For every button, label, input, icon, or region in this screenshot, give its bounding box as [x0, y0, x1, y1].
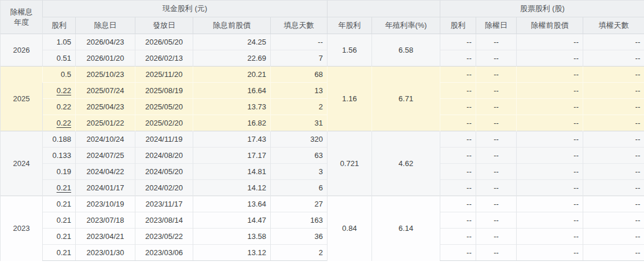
cell-cash-ex-date: 2023/07/18 — [76, 212, 135, 229]
cell-stock-fill-days: -- — [583, 99, 644, 115]
cell-year: 2025 — [1, 67, 43, 131]
cell-stock-price-before-ex: -- — [517, 99, 583, 115]
cell-stock-dividend: -- — [440, 115, 476, 131]
dividend-row: 20240.1882024/10/242024/11/1917.433200.7… — [1, 131, 644, 148]
cell-cash-ex-date: 2024/04/22 — [76, 164, 135, 180]
cell-stock-fill-days: -- — [583, 148, 644, 164]
cell-stock-fill-days: -- — [583, 67, 644, 83]
cell-stock-dividend: -- — [440, 196, 476, 212]
cell-price-before-ex: 14.81 — [193, 164, 271, 180]
cell-pay-date: 2024/02/20 — [135, 180, 193, 196]
cell-stock-price-before-ex: -- — [517, 131, 583, 148]
cell-stock-price-before-ex: -- — [517, 34, 583, 50]
cell-cash-ex-date: 2023/04/21 — [76, 229, 135, 245]
cell-stock-ex-date: -- — [476, 131, 517, 148]
cell-stock-ex-date: -- — [476, 196, 517, 212]
cell-cash-ex-date: 2025/10/23 — [76, 67, 135, 83]
cell-stock-price-before-ex: -- — [517, 212, 583, 229]
dividend-row: 20261.052026/04/232026/05/2024.25--1.566… — [1, 34, 644, 50]
cell-stock-ex-date: -- — [476, 115, 517, 131]
cell-price-before-ex: 13.73 — [193, 99, 271, 115]
dividend-row: 0.222025/01/222025/02/2016.8231-------- — [1, 115, 644, 131]
cell-price-before-ex: 13.12 — [193, 245, 271, 261]
cell-stock-dividend: -- — [440, 83, 476, 99]
cell-cash-dividend: 0.21 — [43, 245, 76, 261]
cell-fill-days: 2 — [271, 245, 327, 261]
header-group-annual-spacer — [327, 1, 440, 17]
cell-cash-dividend: 0.21 — [43, 180, 76, 196]
cell-pay-date: 2025/11/20 — [135, 67, 193, 83]
cell-cash-ex-date: 2024/01/17 — [76, 180, 135, 196]
dividend-row: 0.212024/01/172024/02/2014.126-------- — [1, 180, 644, 196]
header-stock-fill-days: 填權天數 — [583, 17, 644, 34]
cell-cash-dividend: 0.133 — [43, 148, 76, 164]
cell-cash-dividend: 0.188 — [43, 131, 76, 148]
cell-stock-price-before-ex: -- — [517, 229, 583, 245]
header-annual-yield: 年殖利率(%) — [372, 17, 440, 34]
cell-stock-fill-days: -- — [583, 115, 644, 131]
cell-price-before-ex: 14.47 — [193, 212, 271, 229]
cell-fill-days: 13 — [271, 83, 327, 99]
cell-price-before-ex: 20.21 — [193, 67, 271, 83]
cell-pay-date: 2024/11/19 — [135, 131, 193, 148]
cell-annual-yield: 4.62 — [372, 131, 440, 196]
header-fill-days: 填息天數 — [271, 17, 327, 34]
cell-cash-ex-date: 2025/07/24 — [76, 83, 135, 99]
cell-annual-yield: 6.71 — [372, 67, 440, 131]
dividend-table: 除權息 年度 現金股利 (元) 股票股利 (股) 股利 除息日 發放日 除息前股… — [0, 0, 644, 261]
cell-cash-dividend: 0.21 — [43, 196, 76, 212]
dividend-row: 20230.212023/10/192023/11/1713.64270.846… — [1, 196, 644, 212]
cell-stock-ex-date: -- — [476, 83, 517, 99]
cell-stock-dividend: -- — [440, 99, 476, 115]
header-stock-price-before-ex: 除權前股價 — [517, 17, 583, 34]
cell-cash-ex-date: 2023/01/30 — [76, 245, 135, 261]
cell-cash-ex-date: 2024/07/25 — [76, 148, 135, 164]
header-ex-dividend-year: 除權息 年度 — [1, 1, 43, 34]
cell-fill-days: 320 — [271, 131, 327, 148]
cell-stock-dividend: -- — [440, 212, 476, 229]
cell-pay-date: 2026/05/20 — [135, 34, 193, 50]
cell-stock-fill-days: -- — [583, 245, 644, 261]
cell-price-before-ex: 13.58 — [193, 229, 271, 245]
cell-cash-dividend: 1.05 — [43, 34, 76, 50]
cell-stock-ex-date: -- — [476, 212, 517, 229]
cell-stock-price-before-ex: -- — [517, 148, 583, 164]
cell-stock-dividend: -- — [440, 229, 476, 245]
dividend-row: 0.212023/07/182023/08/1414.47163-------- — [1, 212, 644, 229]
cell-fill-days: 63 — [271, 148, 327, 164]
header-cash-ex-date: 除息日 — [76, 17, 135, 34]
cell-stock-price-before-ex: -- — [517, 164, 583, 180]
cell-stock-fill-days: -- — [583, 164, 644, 180]
cell-cash-dividend: 0.5 — [43, 67, 76, 83]
cell-fill-days: 3 — [271, 164, 327, 180]
cell-pay-date: 2025/02/20 — [135, 115, 193, 131]
cell-stock-ex-date: -- — [476, 180, 517, 196]
cell-pay-date: 2024/05/20 — [135, 164, 193, 180]
cell-stock-ex-date: -- — [476, 67, 517, 83]
cell-stock-dividend: -- — [440, 50, 476, 67]
cell-stock-fill-days: -- — [583, 50, 644, 67]
cell-stock-price-before-ex: -- — [517, 245, 583, 261]
header-group-cash-dividend: 現金股利 (元) — [43, 1, 327, 17]
cell-cash-ex-date: 2026/01/20 — [76, 50, 135, 67]
cell-cash-dividend-link[interactable]: 0.22 — [57, 86, 71, 95]
cell-annual-dividend: 0.84 — [327, 196, 372, 261]
cell-stock-price-before-ex: -- — [517, 196, 583, 212]
cell-stock-price-before-ex: -- — [517, 67, 583, 83]
cell-pay-date: 2026/02/13 — [135, 50, 193, 67]
cell-cash-dividend: 0.21 — [43, 229, 76, 245]
cell-stock-fill-days: -- — [583, 131, 644, 148]
header-cash-dividend: 股利 — [43, 17, 76, 34]
dividend-row: 0.222025/04/232025/05/2013.732-------- — [1, 99, 644, 115]
cell-stock-ex-date: -- — [476, 99, 517, 115]
cell-price-before-ex: 24.25 — [193, 34, 271, 50]
cell-stock-ex-date: -- — [476, 245, 517, 261]
cell-stock-ex-date: -- — [476, 164, 517, 180]
cell-cash-dividend-link[interactable]: 0.22 — [57, 119, 71, 127]
cell-cash-ex-date: 2026/04/23 — [76, 34, 135, 50]
cell-cash-dividend-link[interactable]: 0.21 — [57, 183, 71, 192]
cell-stock-dividend: -- — [440, 131, 476, 148]
cell-stock-ex-date: -- — [476, 148, 517, 164]
cell-pay-date: 2025/05/20 — [135, 99, 193, 115]
cell-stock-fill-days: -- — [583, 180, 644, 196]
